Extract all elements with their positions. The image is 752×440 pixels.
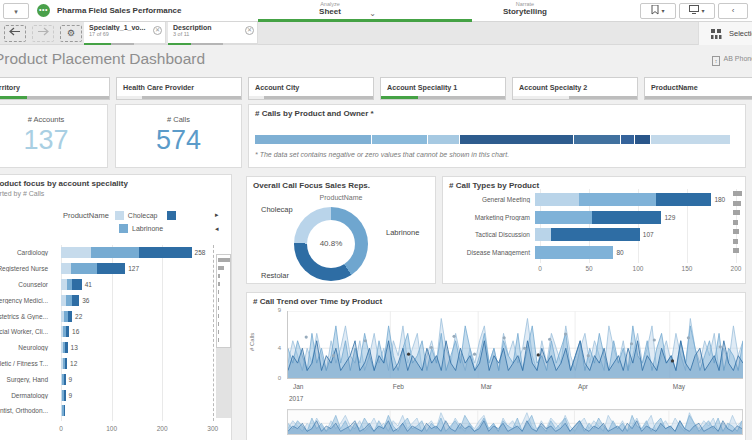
app-menu-caret-button[interactable]: ▾ bbox=[3, 3, 29, 19]
bar-stack[interactable] bbox=[61, 358, 67, 369]
bar-row-neurology[interactable]: Neurology13 bbox=[0, 340, 215, 356]
legend-item-labrinone[interactable]: Labrinone bbox=[132, 225, 163, 232]
kpi-accounts-panel[interactable]: # Accounts 137 bbox=[0, 104, 108, 168]
bar-segment-restolar[interactable] bbox=[64, 374, 66, 385]
bar-row-dentist-orthodon[interactable]: Dentist, Orthodon... bbox=[0, 403, 215, 419]
bar-segment-restolar[interactable] bbox=[656, 193, 712, 206]
filter-account-city[interactable]: Account City bbox=[248, 77, 374, 100]
range-navigator[interactable] bbox=[287, 409, 743, 435]
bar-stack[interactable] bbox=[61, 326, 69, 337]
bar-stack[interactable] bbox=[61, 405, 65, 416]
bar-segment-restolar[interactable] bbox=[65, 342, 68, 353]
bar-segment-restolar[interactable] bbox=[65, 358, 68, 369]
bar-stack[interactable] bbox=[535, 193, 711, 206]
step-forward-selection-button[interactable] bbox=[32, 25, 54, 42]
bar-segment-labrinone[interactable] bbox=[579, 193, 655, 206]
bar-segment-2[interactable] bbox=[428, 135, 461, 144]
bar-segment-restolar[interactable] bbox=[551, 228, 640, 241]
call-types-chart[interactable]: # Call Types by Product General Meeting1… bbox=[442, 176, 746, 284]
bar-segment-restolar[interactable] bbox=[64, 405, 66, 416]
bar-row-disease-management[interactable]: Disease Management80 bbox=[443, 244, 739, 262]
tab-analyze-sheet[interactable]: Analyze Sheet ⌄ bbox=[300, 1, 360, 16]
bar-stack[interactable] bbox=[61, 390, 66, 401]
bar-row-counselor[interactable]: Counselor41 bbox=[0, 277, 215, 293]
bar-segment-0[interactable] bbox=[255, 135, 372, 144]
bar-segment-3[interactable] bbox=[460, 135, 574, 144]
chevron-down-icon[interactable]: ⌄ bbox=[369, 9, 376, 18]
calls-by-product-owner-chart[interactable]: # Calls by Product and Owner * * The dat… bbox=[248, 104, 746, 168]
stacked-bar[interactable] bbox=[255, 135, 741, 144]
bar-segment-restolar[interactable] bbox=[68, 311, 73, 322]
bar-segment-labrinone[interactable] bbox=[535, 246, 613, 259]
bar-segment-restolar[interactable] bbox=[72, 295, 79, 306]
overall-call-focus-chart[interactable]: Overall Call Focus Sales Reps. ProductNa… bbox=[246, 176, 436, 284]
bar-segment-cholecap[interactable] bbox=[535, 228, 551, 241]
filter-account-speciality-1[interactable]: Account Speciality 1 bbox=[380, 77, 506, 100]
bar-stack[interactable] bbox=[61, 279, 82, 290]
close-icon[interactable]: ✕ bbox=[153, 26, 162, 35]
bar-segment-restolar[interactable] bbox=[592, 211, 662, 224]
bar-row-emergency-medici[interactable]: Emergency Medici...36 bbox=[0, 292, 215, 308]
bar-segment-labrinone[interactable] bbox=[71, 263, 97, 274]
bar-segment-restolar[interactable] bbox=[64, 390, 66, 401]
bar-row-obstetrics-gyne[interactable]: Obstetrics & Gyne...22 bbox=[0, 308, 215, 324]
bar-segment-labrinone[interactable] bbox=[91, 247, 139, 258]
step-back-selection-button[interactable] bbox=[4, 25, 26, 42]
chart-scrollbar-track[interactable] bbox=[216, 348, 231, 418]
bar-segment-restolar[interactable] bbox=[139, 247, 191, 258]
legend-item-cholecap[interactable]: Cholecap bbox=[128, 212, 158, 219]
legend-next-icon[interactable]: ▸ bbox=[215, 211, 219, 219]
bar-stack[interactable] bbox=[61, 247, 192, 258]
bar-stack[interactable] bbox=[535, 211, 661, 224]
selection-chip-specialty-1-vo[interactable]: Specialty_1_vo...17 of 69✕ bbox=[84, 22, 166, 45]
previous-sheet-button[interactable]: ‹ bbox=[718, 3, 748, 19]
bar-stack[interactable] bbox=[535, 228, 640, 241]
legend-prev-icon[interactable]: ◂ bbox=[215, 225, 219, 233]
app-hub-icon[interactable]: ••• bbox=[37, 4, 50, 17]
bar-stack[interactable] bbox=[61, 263, 125, 274]
filter-account-specialty-2[interactable]: Account Specialty 2 bbox=[512, 77, 638, 100]
bar-row-dermatology[interactable]: Dermatology9 bbox=[0, 387, 215, 403]
bar-stack[interactable] bbox=[535, 246, 613, 259]
trend-plot[interactable] bbox=[287, 311, 743, 379]
bar-segment-6[interactable] bbox=[635, 135, 651, 144]
bar-stack[interactable] bbox=[61, 374, 66, 385]
bar-stack[interactable] bbox=[61, 311, 72, 322]
legend-swatch-restolar[interactable] bbox=[167, 211, 176, 220]
filter-territory[interactable]: Territory bbox=[0, 77, 110, 100]
bar-segment-1[interactable] bbox=[372, 135, 428, 144]
selections-tool-button[interactable]: ⚙ bbox=[60, 25, 82, 42]
bar-row-registered-nurse[interactable]: Registered Nurse127 bbox=[0, 261, 215, 277]
bar-segment-labrinone[interactable] bbox=[535, 211, 592, 224]
call-trend-chart[interactable]: # Call Trend over Time by Product # Call… bbox=[246, 292, 746, 440]
sheets-button[interactable]: ▾ bbox=[679, 3, 715, 19]
bar-row-general-meeting[interactable]: General Meeting180 bbox=[443, 191, 739, 209]
selection-chip-description[interactable]: Description3 of 11✕ bbox=[168, 22, 258, 45]
legend-swatch-labrinone[interactable] bbox=[119, 224, 128, 233]
kpi-calls-panel[interactable]: # Calls 574 bbox=[115, 104, 242, 168]
close-icon[interactable]: ✕ bbox=[245, 26, 254, 35]
legend-swatch-cholecap[interactable] bbox=[115, 211, 124, 220]
bar-row-athletic-fitness-t[interactable]: Athletic / Fitness T...12 bbox=[0, 356, 215, 372]
bar-segment-cholecap[interactable] bbox=[61, 263, 71, 274]
bar-segment-4[interactable] bbox=[574, 135, 621, 144]
bar-row-surgery-hand[interactable]: Surgery, Hand9 bbox=[0, 371, 215, 387]
bar-segment-restolar[interactable] bbox=[97, 263, 125, 274]
sheet-context-item[interactable]: ↕ AB Phone bbox=[712, 55, 752, 66]
bookmarks-button[interactable]: ▾ bbox=[640, 3, 676, 19]
bar-row-marketing-program[interactable]: Marketing Program129 bbox=[443, 209, 739, 227]
product-focus-chart[interactable]: Product focus by account speciality Sort… bbox=[0, 174, 232, 440]
donut-chart[interactable]: 40.8% bbox=[294, 207, 368, 281]
bar-segment-cholecap[interactable] bbox=[61, 247, 91, 258]
bar-segment-7[interactable] bbox=[651, 135, 731, 144]
bar-row-social-worker-cli[interactable]: Social Worker, Cli...16 bbox=[0, 324, 215, 340]
selections-panel-button[interactable]: Selections bbox=[698, 22, 752, 45]
bar-stack[interactable] bbox=[61, 342, 68, 353]
bar-segment-5[interactable] bbox=[621, 135, 636, 144]
bar-segment-restolar[interactable] bbox=[72, 279, 82, 290]
bar-row-cardiology[interactable]: Cardiology258 bbox=[0, 245, 215, 261]
bar-segment-restolar[interactable] bbox=[66, 326, 69, 337]
tab-narrate-storytelling[interactable]: Narrate Storytelling bbox=[490, 1, 560, 16]
bar-row-tactical-discussion[interactable]: Tactical Discussion107 bbox=[443, 226, 739, 244]
bar-segment-cholecap[interactable] bbox=[535, 193, 579, 206]
